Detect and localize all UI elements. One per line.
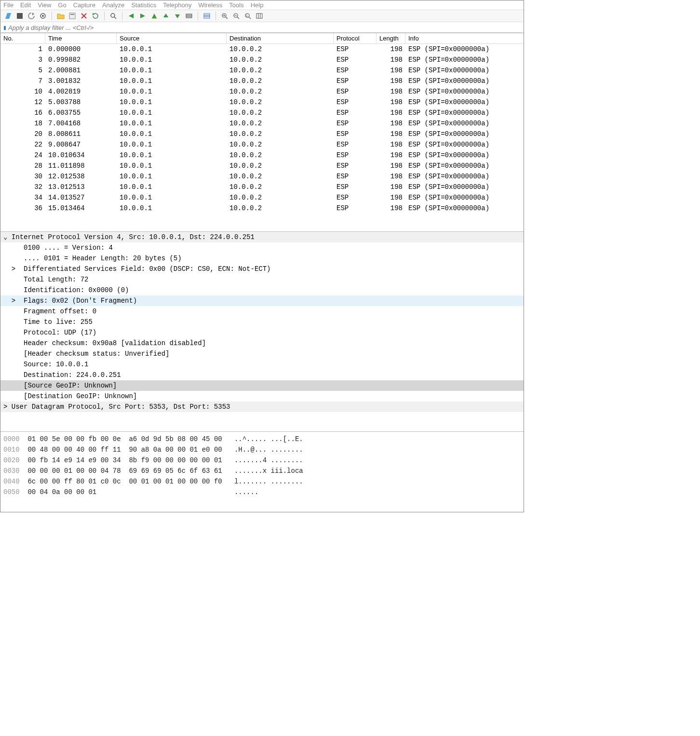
hex-row[interactable]: 0040 6c 00 00 ff 80 01 c0 0c 00 01 00 01… xyxy=(3,476,521,487)
packet-details[interactable]: ⌄ Internet Protocol Version 4, Src: 10.0… xyxy=(0,232,524,432)
goto-icon[interactable] xyxy=(184,11,194,21)
col-proto[interactable]: Protocol xyxy=(334,33,377,43)
packet-row[interactable]: 2410.01063410.0.0.110.0.0.2ESP198ESP (SP… xyxy=(0,150,524,161)
packet-row[interactable]: 52.00088110.0.0.110.0.0.2ESP198ESP (SPI=… xyxy=(0,65,524,76)
cell-time: 11.011898 xyxy=(45,161,117,171)
svg-point-4 xyxy=(42,15,44,17)
menu-telephony[interactable]: Telephony xyxy=(163,1,191,9)
detail-row[interactable]: .... 0101 = Header Length: 20 bytes (5) xyxy=(0,253,524,264)
hex-row[interactable]: 0050 00 04 0a 00 00 01 ...... xyxy=(3,487,521,497)
forward-icon[interactable] xyxy=(138,11,148,21)
packet-row[interactable]: 166.00375510.0.0.110.0.0.2ESP198ESP (SPI… xyxy=(0,107,524,118)
packet-row[interactable]: 3414.01352710.0.0.110.0.0.2ESP198ESP (SP… xyxy=(0,192,524,203)
zoom-in-icon[interactable] xyxy=(220,11,229,21)
packet-row[interactable]: 10.00000010.0.0.110.0.0.2ESP198ESP (SPI=… xyxy=(0,44,524,54)
detail-row[interactable]: [Header checksum status: Unverified] xyxy=(0,348,524,359)
packet-row[interactable]: 104.00281910.0.0.110.0.0.2ESP198ESP (SPI… xyxy=(0,86,524,97)
auto-scroll-icon[interactable] xyxy=(202,11,212,21)
cell-proto: ESP xyxy=(334,118,377,129)
cell-no: 34 xyxy=(0,192,45,203)
menubar[interactable]: FileEditViewGoCaptureAnalyzeStatisticsTe… xyxy=(0,0,524,10)
cell-time: 13.012513 xyxy=(45,182,117,192)
packet-row[interactable]: 229.00864710.0.0.110.0.0.2ESP198ESP (SPI… xyxy=(0,139,524,150)
detail-row[interactable]: Identification: 0x0000 (0) xyxy=(0,285,524,295)
detail-row[interactable]: Protocol: UDP (17) xyxy=(0,327,524,338)
menu-view[interactable]: View xyxy=(38,1,51,9)
detail-row[interactable]: Destination: 224.0.0.251 xyxy=(0,370,524,380)
back-icon[interactable] xyxy=(126,11,136,21)
menu-go[interactable]: Go xyxy=(58,1,66,9)
packet-list[interactable]: 10.00000010.0.0.110.0.0.2ESP198ESP (SPI=… xyxy=(0,44,524,232)
menu-wireless[interactable]: Wireless xyxy=(198,1,222,9)
menu-capture[interactable]: Capture xyxy=(73,1,95,9)
svg-rect-1 xyxy=(17,13,23,19)
cell-src: 10.0.0.1 xyxy=(117,182,227,192)
stop-icon[interactable] xyxy=(15,11,25,21)
menu-help[interactable]: Help xyxy=(251,1,264,9)
col-len[interactable]: Length xyxy=(377,33,405,43)
reload-icon[interactable] xyxy=(91,11,100,21)
fin-icon[interactable] xyxy=(3,11,13,21)
packet-row[interactable]: 187.00416810.0.0.110.0.0.2ESP198ESP (SPI… xyxy=(0,118,524,129)
save-icon[interactable] xyxy=(67,11,77,21)
filter-bookmark-icon[interactable]: ▮ xyxy=(1,25,8,31)
packet-row[interactable]: 125.00378810.0.0.110.0.0.2ESP198ESP (SPI… xyxy=(0,97,524,107)
display-filter-input[interactable] xyxy=(8,23,523,32)
cell-time: 8.008611 xyxy=(45,129,117,139)
packet-row[interactable]: 3012.01253810.0.0.110.0.0.2ESP198ESP (SP… xyxy=(0,171,524,182)
detail-row[interactable]: > Differentiated Services Field: 0x00 (D… xyxy=(0,264,524,274)
packet-list-header[interactable]: No. Time Source Destination Protocol Len… xyxy=(0,33,524,44)
menu-edit[interactable]: Edit xyxy=(20,1,31,9)
detail-row[interactable]: ⌄ Internet Protocol Version 4, Src: 10.0… xyxy=(0,232,524,242)
packet-row[interactable]: 2811.01189810.0.0.110.0.0.2ESP198ESP (SP… xyxy=(0,161,524,171)
col-time[interactable]: Time xyxy=(45,33,117,43)
detail-row[interactable]: Header checksum: 0x90a8 [validation disa… xyxy=(0,338,524,348)
detail-row[interactable]: Time to live: 255 xyxy=(0,317,524,327)
cell-src: 10.0.0.1 xyxy=(117,203,227,214)
hex-row[interactable]: 0020 00 fb 14 e9 14 e9 00 34 8b f9 00 00… xyxy=(3,455,521,466)
hex-row[interactable]: 0030 00 00 00 01 00 00 04 78 69 69 69 05… xyxy=(3,466,521,476)
menu-tools[interactable]: Tools xyxy=(229,1,243,9)
menu-statistics[interactable]: Statistics xyxy=(131,1,156,9)
packet-row[interactable]: 73.00183210.0.0.110.0.0.2ESP198ESP (SPI=… xyxy=(0,76,524,86)
packet-row[interactable]: 30.99988210.0.0.110.0.0.2ESP198ESP (SPI=… xyxy=(0,54,524,65)
up-icon[interactable] xyxy=(161,11,171,21)
detail-row[interactable]: Fragment offset: 0 xyxy=(0,306,524,317)
cell-info: ESP (SPI=0x0000000a) xyxy=(405,76,524,86)
packet-row[interactable]: 208.00861110.0.0.110.0.0.2ESP198ESP (SPI… xyxy=(0,129,524,139)
packet-bytes[interactable]: 0000 01 00 5e 00 00 fb 00 0e a6 0d 9d 5b… xyxy=(0,432,524,512)
detail-row[interactable]: Source: 10.0.0.1 xyxy=(0,359,524,370)
zoom-out-icon[interactable] xyxy=(231,11,241,21)
close-icon[interactable] xyxy=(79,11,89,21)
columns-icon[interactable] xyxy=(255,11,264,21)
find-icon[interactable] xyxy=(108,11,118,21)
cell-dst: 10.0.0.2 xyxy=(227,129,334,139)
jump-icon[interactable] xyxy=(149,11,159,21)
cell-len: 198 xyxy=(377,192,405,203)
detail-row[interactable]: > Flags: 0x02 (Don't Fragment) xyxy=(0,295,524,306)
zoom-reset-icon[interactable]: 1 xyxy=(243,11,253,21)
packet-row[interactable]: 3615.01346410.0.0.110.0.0.2ESP198ESP (SP… xyxy=(0,203,524,214)
detail-row[interactable]: > User Datagram Protocol, Src Port: 5353… xyxy=(0,401,524,412)
cell-src: 10.0.0.1 xyxy=(117,118,227,129)
detail-row[interactable]: 0100 .... = Version: 4 xyxy=(0,242,524,253)
open-icon[interactable] xyxy=(56,11,66,21)
menu-file[interactable]: File xyxy=(3,1,13,9)
col-src[interactable]: Source xyxy=(117,33,227,43)
menu-analyze[interactable]: Analyze xyxy=(102,1,124,9)
detail-row[interactable]: [Source GeoIP: Unknown] xyxy=(0,380,524,391)
col-no[interactable]: No. xyxy=(0,33,45,43)
cell-src: 10.0.0.1 xyxy=(117,86,227,97)
hex-row[interactable]: 0010 00 48 00 00 40 00 ff 11 90 a8 0a 00… xyxy=(3,444,521,455)
options-icon[interactable] xyxy=(38,11,48,21)
packet-row[interactable]: 3213.01251310.0.0.110.0.0.2ESP198ESP (SP… xyxy=(0,182,524,192)
cell-proto: ESP xyxy=(334,97,377,107)
restart-icon[interactable] xyxy=(27,11,36,21)
hex-row[interactable]: 0000 01 00 5e 00 00 fb 00 0e a6 0d 9d 5b… xyxy=(3,434,521,444)
down-icon[interactable] xyxy=(173,11,182,21)
col-info[interactable]: Info xyxy=(405,33,524,43)
detail-row[interactable]: Total Length: 72 xyxy=(0,274,524,285)
display-filter-bar[interactable]: ▮ xyxy=(1,23,523,33)
col-dst[interactable]: Destination xyxy=(227,33,334,43)
detail-row[interactable]: [Destination GeoIP: Unknown] xyxy=(0,391,524,401)
